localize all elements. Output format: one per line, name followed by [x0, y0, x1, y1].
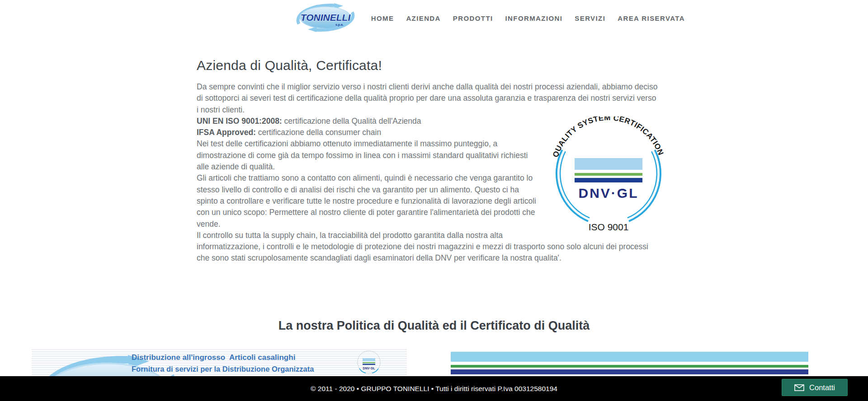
seal-brand-text: DNV·GL: [579, 186, 639, 200]
cert2-text: certificazione della consumer chain: [256, 128, 381, 137]
certificate-bar-green: [451, 365, 808, 368]
intro-paragraph: Da sempre convinti che il miglior serviz…: [197, 81, 660, 116]
nav-item-prodotti[interactable]: PRODOTTI: [453, 14, 493, 22]
cert2-label: IFSA Approved:: [197, 128, 256, 137]
toninelli-logo[interactable]: TONINELLI s.p.a.: [292, 3, 359, 32]
swoosh-bottom-arrowhead: [308, 27, 317, 32]
footer: © 2011 - 2020 • GRUPPO TONINELLI • Tutti…: [0, 376, 868, 401]
quality-policy-image[interactable]: TONINELLI Distribuzione all'ingrosso Art…: [32, 348, 407, 376]
page: TONINELLI s.p.a. HOME AZIENDA PRODOTTI I…: [0, 0, 868, 401]
toninelli-logo-graphic: TONINELLI s.p.a.: [292, 3, 359, 32]
seal-bar-navy: [575, 178, 642, 182]
wrapped-text-block: QUALITY SYSTEM CERTIFICATION DNV·GL: [197, 116, 660, 264]
contatti-button-label: Contatti: [809, 383, 835, 392]
paragraph-4: Il controllo su tutta la supply chain, l…: [197, 230, 660, 264]
certificate-bar-lightblue: [451, 352, 808, 362]
letterhead-line-1: Distribuzione all'ingrosso Articoli casa…: [132, 353, 295, 362]
contatti-button[interactable]: Contatti: [782, 379, 848, 396]
seal-bar-green: [575, 173, 642, 176]
body-text: Da sempre convinti che il miglior serviz…: [197, 81, 660, 264]
seal-iso-text: ISO 9001: [589, 222, 629, 232]
nav-item-informazioni[interactable]: INFORMAZIONI: [505, 14, 563, 22]
nav-item-servizi[interactable]: SERVIZI: [575, 14, 605, 22]
copyright-text: © 2011 - 2020 • GRUPPO TONINELLI • Tutti…: [0, 376, 868, 401]
main-nav: HOME AZIENDA PRODOTTI INFORMAZIONI SERVI…: [371, 0, 685, 36]
nav-item-home[interactable]: HOME: [371, 14, 394, 22]
main-content: Azienda di Qualità, Certificata! Da semp…: [197, 58, 660, 264]
certificate-bar-navy: [451, 369, 808, 374]
dnv-seal-graphic: QUALITY SYSTEM CERTIFICATION DNV·GL: [548, 117, 669, 233]
section-title: La nostra Politica di Qualità ed il Cert…: [0, 319, 868, 333]
letterhead-dnv-seal: DNV·GL: [356, 350, 382, 376]
seal-bar-lightblue: [575, 158, 642, 170]
cert1-label: UNI EN ISO 9001:2008:: [197, 117, 282, 126]
letterhead-line-2: Fornitura di servizi per la Distribuzion…: [132, 365, 314, 373]
nav-item-azienda[interactable]: AZIENDA: [406, 14, 440, 22]
logo-sub-text: s.p.a.: [335, 23, 344, 27]
mini-seal-brand: DNV·GL: [363, 367, 376, 370]
dnv-gl-iso9001-seal: QUALITY SYSTEM CERTIFICATION DNV·GL: [548, 117, 669, 233]
logo-brand-text: TONINELLI: [301, 12, 351, 23]
quality-certificate-image[interactable]: [442, 348, 817, 376]
seal-arc-text: QUALITY SYSTEM CERTIFICATION: [551, 117, 665, 159]
nav-item-area-riservata[interactable]: AREA RISERVATA: [618, 14, 685, 22]
page-title: Azienda di Qualità, Certificata!: [197, 58, 660, 73]
cert1-text: certificazione della Qualità dell'Aziend…: [282, 117, 421, 126]
envelope-icon: [794, 384, 804, 391]
header: TONINELLI s.p.a. HOME AZIENDA PRODOTTI I…: [0, 0, 868, 36]
